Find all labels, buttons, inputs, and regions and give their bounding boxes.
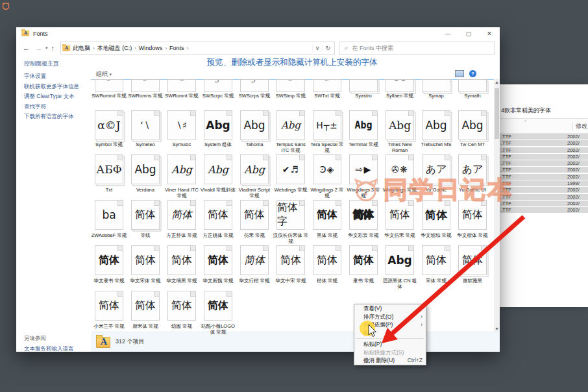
up-button[interactable]: ↑ <box>51 44 55 52</box>
sidebar-item[interactable]: 调整 ClearType 文本 <box>24 93 79 101</box>
file-row[interactable]: .TTF2002/ <box>500 160 588 166</box>
sidebar-item-control-panel-home[interactable]: 控制面板主页 <box>24 60 59 68</box>
vertical-scrollbar[interactable]: ▲ ▼ <box>494 79 500 332</box>
file-modified-date: 2002/ <box>567 167 580 173</box>
file-row[interactable]: .TTF2002/ <box>500 134 588 140</box>
help-button[interactable]: ? <box>469 70 476 77</box>
secondary-window-title: 4款非常精美的字体 <box>501 106 551 115</box>
file-row[interactable]: .TTF2002/ <box>500 194 588 200</box>
menu-item-label: 查看(V) <box>363 305 382 312</box>
scrollbar-thumb[interactable] <box>495 88 499 139</box>
file-row[interactable]: .TTF2002/ <box>500 201 588 206</box>
file-modified-date: 2002/ <box>567 147 580 153</box>
context-menu-item: 粘贴快捷方式(S) <box>354 349 426 357</box>
forward-button[interactable]: → <box>35 44 42 52</box>
file-modified-date: 2002/ <box>567 187 580 193</box>
address-bar-row: ← → ▾ ↑ A 此电脑›本地磁盘 (C:)›Windows›Fonts› ∨… <box>16 40 500 56</box>
submenu-arrow-icon: › <box>421 321 423 329</box>
file-extension: .TTF <box>501 201 511 206</box>
search-placeholder: 在 Fonts 中搜索 <box>352 44 394 53</box>
address-dropdown-icon[interactable]: ∨ <box>312 45 323 51</box>
sort-caret-icon: ˆ <box>524 119 526 126</box>
search-input[interactable]: ⌕ 在 Fonts 中搜索 <box>339 42 495 55</box>
maximize-button[interactable]: ▢ <box>458 27 479 40</box>
title-bar[interactable]: A Fonts — ▢ ✕ <box>16 27 500 40</box>
fonts-grid-area <box>91 79 495 333</box>
file-row[interactable]: .TTF2002/ <box>500 154 588 160</box>
fonts-folder-icon: A <box>21 29 29 36</box>
file-extension: .TTF <box>501 174 511 180</box>
file-row[interactable]: .TTF2002/ <box>500 147 588 153</box>
context-menu-item[interactable]: 刷新 <box>354 329 426 337</box>
history-dropdown-icon[interactable]: ▾ <box>45 45 48 51</box>
see-also-label: 另请参阅 <box>24 335 74 343</box>
address-fonts-icon: A <box>62 44 67 49</box>
status-fonts-icon: A <box>96 335 110 348</box>
file-modified-date: 2002/ <box>567 154 580 160</box>
breadcrumb: 此电脑›本地磁盘 (C:)›Windows›Fonts› <box>71 44 312 53</box>
file-row[interactable]: .TTF2002/ <box>500 140 588 146</box>
menu-separator <box>356 338 424 339</box>
scroll-up-icon[interactable]: ▲ <box>494 79 500 86</box>
breadcrumb-item[interactable]: Fonts <box>167 45 186 51</box>
breadcrumb-item[interactable]: 此电脑 <box>71 44 92 53</box>
menu-item-label: 粘贴快捷方式(S) <box>363 349 404 356</box>
breadcrumb-separator-icon[interactable]: › <box>186 45 190 51</box>
menu-item-label: 分组依据(P) <box>363 321 393 328</box>
watermark-logo-icon <box>1 1 10 13</box>
file-modified-date: 2002/ <box>567 160 580 166</box>
sidebar-item[interactable]: 下载所有语言的字体 <box>24 113 79 121</box>
address-bar[interactable]: A 此电脑›本地磁盘 (C:)›Windows›Fonts› ∨ ↻ <box>60 42 335 55</box>
sidebar-item[interactable]: 字体设置 <box>24 73 79 80</box>
organize-caret-icon: ▾ <box>110 72 112 77</box>
change-view-button[interactable] <box>455 70 464 77</box>
fonts-explorer-window: A Fonts — ▢ ✕ ← → ▾ ↑ A 此电脑›本地磁盘 (C:)›Wi… <box>16 27 500 352</box>
column-header-modified-date[interactable]: 修改日期 <box>572 122 588 130</box>
context-menu: 查看(V)›排序方式(O)›分组依据(P)›刷新粘贴(P)粘贴快捷方式(S)撤消… <box>354 304 426 365</box>
file-row[interactable]: .TTF2002/ <box>500 187 588 193</box>
sidebar-task-links: 字体设置联机获取更多字体信息调整 ClearType 文本查找字符下载所有语言的… <box>24 73 79 123</box>
menu-item-label: 刷新 <box>363 330 374 336</box>
organize-button[interactable]: 组织 ▾ <box>96 70 112 79</box>
close-button[interactable]: ✕ <box>479 27 500 40</box>
file-modified-date: 2002/ <box>567 174 580 180</box>
minimize-button[interactable]: — <box>437 27 458 40</box>
file-modified-date: 1999/ <box>567 180 580 186</box>
file-modified-date: 2002/ <box>567 134 580 140</box>
file-list: .TTF2002/.TTF2002/.TTF2002/.TTF2002/.TTF… <box>500 134 588 214</box>
context-menu-item[interactable]: 粘贴(P) <box>354 340 426 349</box>
context-menu-item[interactable]: 分组依据(P)› <box>354 321 426 329</box>
breadcrumb-item[interactable]: Windows <box>137 45 165 51</box>
file-row[interactable]: .TTF2002/ <box>500 167 588 173</box>
file-extension: .TTF <box>501 147 511 153</box>
sidebar-item[interactable]: 联机获取更多字体信息 <box>24 83 79 91</box>
sidebar: 控制面板主页 字体设置联机获取更多字体信息调整 ClearType 文本查找字符… <box>16 56 91 352</box>
file-modified-date: 2002/ <box>567 201 580 206</box>
sidebar-item[interactable]: 查找字符 <box>24 103 79 111</box>
breadcrumb-item[interactable]: 本地磁盘 (C:) <box>95 44 134 53</box>
context-menu-item[interactable]: 排序方式(O)› <box>354 313 426 321</box>
context-menu-item[interactable]: 查看(V)› <box>354 304 426 313</box>
back-button[interactable]: ← <box>23 44 30 52</box>
file-extension: .TTF <box>501 207 511 213</box>
context-menu-item[interactable]: 撤消 删除(U)Ctrl+Z <box>354 356 426 365</box>
desktop-background: 4款非常精美的字体 ˆ 修改日期 .TTF2002/.TTF2002/.TTF2… <box>0 0 588 392</box>
sidebar-item-text-services[interactable]: 文本服务和输入语言 <box>24 345 74 353</box>
refresh-icon[interactable]: ↻ <box>322 45 333 51</box>
file-row[interactable]: .TTF2002/ <box>500 207 588 213</box>
menu-shortcut: Ctrl+Z <box>408 356 423 365</box>
file-extension: .TTF <box>501 140 511 146</box>
toolbar: 组织 ▾ ? <box>91 70 495 79</box>
file-modified-date: 2002/ <box>567 194 580 200</box>
search-icon: ⌕ <box>345 44 349 52</box>
file-row[interactable]: .TTF1999/ <box>500 180 588 186</box>
file-extension: .TTF <box>501 187 511 193</box>
file-row[interactable]: .TTF2002/ <box>500 174 588 180</box>
submenu-arrow-icon: › <box>421 313 423 321</box>
file-extension: .TTF <box>501 160 511 166</box>
status-bar: A 312 个项目 <box>91 332 500 352</box>
file-extension: .TTF <box>501 194 511 200</box>
file-list-header[interactable]: ˆ 修改日期 <box>500 118 588 134</box>
page-title: 预览、删除或者显示和隐藏计算机上安装的字体 <box>91 57 493 68</box>
file-modified-date: 2002/ <box>567 207 580 213</box>
